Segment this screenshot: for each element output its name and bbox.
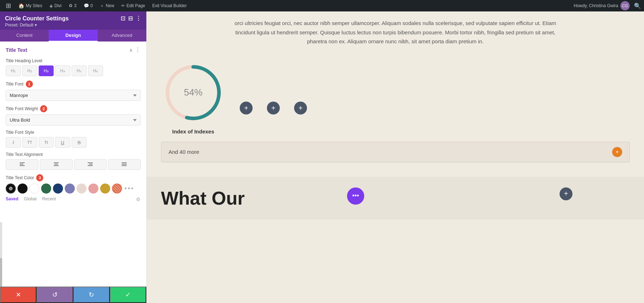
heading-h5-button[interactable]: H₅: [72, 65, 87, 76]
color-swatch-white[interactable]: [29, 184, 39, 194]
panel-tabs: Content Design Advanced: [0, 30, 146, 41]
user-avatar[interactable]: CG: [620, 1, 630, 10]
tab-content[interactable]: Content: [0, 30, 49, 41]
collapse-section-icon[interactable]: ∧: [129, 47, 133, 53]
heading-level-label: Title Heading Level: [6, 58, 141, 63]
panel-header: Circle Counter Settings ⊡ ⊟ ⋮ Preset: De…: [0, 11, 146, 30]
align-justify-button[interactable]: [108, 159, 141, 170]
heading-h2-button[interactable]: H₂: [22, 65, 37, 76]
exit-visual-builder-button[interactable]: Exit Visual Builder: [149, 0, 190, 11]
svg-rect-6: [54, 165, 59, 166]
panel-footer: ✕ ↺ ↻ ✓: [0, 287, 146, 303]
uppercase-button[interactable]: TT: [22, 137, 37, 148]
align-center-button[interactable]: [40, 159, 72, 170]
svg-rect-9: [89, 164, 93, 165]
panel-header-icons: ⊡ ⊟ ⋮: [121, 15, 141, 22]
counter-label-1: Index of Indexes: [172, 128, 214, 135]
svg-rect-5: [54, 164, 58, 165]
tab-advanced[interactable]: Advanced: [98, 30, 146, 41]
heading-h4-button[interactable]: H₄: [55, 65, 70, 76]
comments-menu[interactable]: 💬 0: [81, 0, 96, 11]
saved-colors-tab[interactable]: Saved: [6, 196, 18, 202]
color-swatch-coral[interactable]: [112, 184, 122, 194]
color-swatch-navy[interactable]: [53, 184, 63, 194]
italic-button[interactable]: I: [6, 137, 21, 148]
color-swatch-green[interactable]: [41, 184, 51, 194]
add-module-button-2[interactable]: +: [267, 102, 280, 114]
page-body: orci ultricies feugiat orci, nec auctor …: [147, 11, 644, 177]
and-more-bar[interactable]: And 40 more +: [161, 142, 630, 162]
panel-scrollbar: [0, 222, 2, 287]
wp-admin-bar: ⊞ 🏠 My Sites ◈ Divi ♻ 3 💬 0 ＋ New ✏ Edit…: [0, 0, 644, 11]
title-font-weight-badge: 2: [40, 105, 47, 112]
strikethrough-button[interactable]: S: [72, 137, 87, 148]
color-picker-button[interactable]: [6, 184, 16, 194]
comments-count[interactable]: ♻ 3: [66, 0, 79, 11]
panel-scrollbar-thumb: [0, 258, 2, 287]
capitalize-button[interactable]: Tt: [39, 137, 54, 148]
redo-button[interactable]: ↻: [73, 287, 110, 303]
expand-icon[interactable]: ⊟: [128, 15, 133, 22]
heading-h6-button[interactable]: H₆: [88, 65, 103, 76]
svg-rect-8: [88, 162, 93, 163]
more-options-icon[interactable]: ⋮: [136, 15, 141, 22]
purple-dots-button[interactable]: •••: [347, 187, 364, 205]
add-module-button-1[interactable]: +: [240, 102, 253, 114]
preset-selector[interactable]: Preset: Default ▾: [5, 23, 141, 28]
svg-rect-1: [20, 164, 23, 165]
svg-rect-12: [122, 162, 127, 163]
svg-rect-13: [122, 164, 127, 165]
intro-paragraph: orci ultricies feugiat orci, nec auctor …: [234, 19, 556, 46]
title-text-color-label: Title Text Color 3: [6, 174, 141, 181]
more-bar-plus-button[interactable]: +: [612, 147, 622, 157]
panel-body: Title Text ∧ ⋮ Title Heading Level H₁ H₂…: [0, 41, 146, 222]
undo-button[interactable]: ↺: [36, 287, 73, 303]
align-left-button[interactable]: [6, 159, 38, 170]
align-right-button[interactable]: [74, 159, 107, 170]
title-font-label: Title Font 1: [6, 80, 141, 88]
heading-h3-button[interactable]: H₃: [39, 65, 54, 76]
color-swatch-blush[interactable]: [77, 184, 87, 194]
my-sites-menu[interactable]: 🏠 My Sites: [15, 0, 45, 11]
color-swatch-rose[interactable]: [88, 184, 98, 194]
color-settings-icon[interactable]: ⚙: [136, 196, 141, 202]
save-button[interactable]: ✓: [110, 287, 146, 303]
cancel-button[interactable]: ✕: [0, 287, 36, 303]
color-tabs: Saved Global Recent ⚙: [6, 196, 141, 202]
minimize-icon[interactable]: ⊡: [121, 15, 125, 22]
page-content: orci ultricies feugiat orci, nec auctor …: [147, 11, 644, 303]
bottom-add-button[interactable]: +: [560, 187, 572, 200]
section-title-label: Title Text: [6, 47, 27, 53]
section-options-icon[interactable]: ⋮: [135, 47, 141, 53]
color-swatch-gold[interactable]: [100, 184, 110, 194]
settings-panel: Circle Counter Settings ⊡ ⊟ ⋮ Preset: De…: [0, 11, 147, 303]
title-font-select[interactable]: Manrope: [6, 90, 141, 101]
add-module-button-3[interactable]: +: [294, 102, 307, 114]
svg-rect-0: [20, 162, 25, 163]
svg-rect-14: [122, 165, 127, 166]
wp-logo[interactable]: ⊞: [3, 0, 14, 11]
svg-rect-10: [88, 165, 93, 166]
new-content-button[interactable]: ＋ New: [97, 0, 117, 11]
and-more-text: And 40 more: [169, 149, 199, 155]
recent-colors-tab[interactable]: Recent: [42, 196, 56, 202]
heading-h1-button[interactable]: H₁: [6, 65, 21, 76]
font-style-buttons: I TT Tt U S: [6, 137, 141, 148]
global-colors-tab[interactable]: Global: [24, 196, 36, 202]
more-colors-button[interactable]: • • •: [125, 185, 133, 192]
title-font-weight-select[interactable]: Ultra Bold: [6, 114, 141, 126]
circle-counter-1: 54%: [161, 60, 225, 125]
search-icon[interactable]: 🔍: [634, 3, 641, 9]
svg-rect-2: [20, 165, 25, 166]
underline-button[interactable]: U: [55, 137, 70, 148]
heading-level-buttons: H₁ H₂ H₃ H₄ H₅ H₆: [6, 65, 141, 76]
tab-design[interactable]: Design: [49, 30, 97, 41]
section-controls: ∧ ⋮: [129, 47, 141, 53]
title-text-section-header: Title Text ∧ ⋮: [6, 47, 141, 53]
divi-menu[interactable]: ◈ Divi: [47, 0, 64, 11]
edit-page-button[interactable]: ✏ Edit Page: [118, 0, 148, 11]
title-text-alignment-label: Title Text Alignment: [6, 152, 141, 157]
color-swatch-lavender[interactable]: [65, 184, 75, 194]
color-swatch-black[interactable]: [18, 184, 28, 194]
panel-title: Circle Counter Settings ⊡ ⊟ ⋮: [5, 15, 141, 22]
